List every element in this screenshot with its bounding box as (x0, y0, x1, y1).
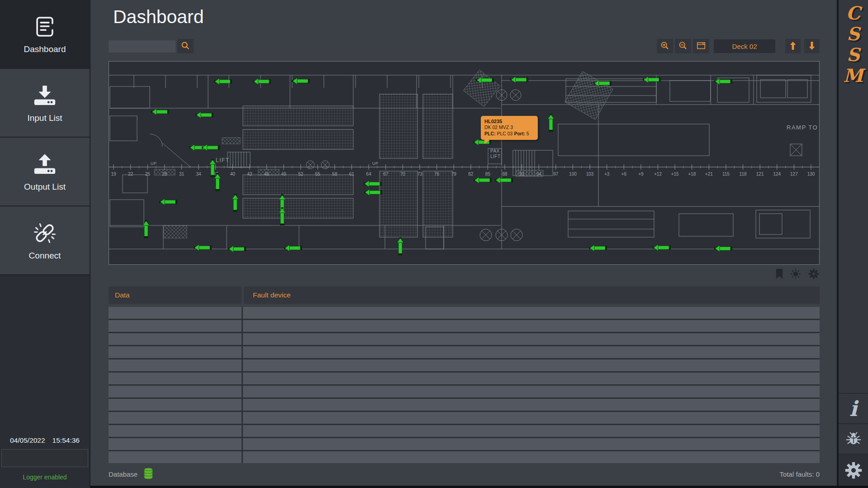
device-marker-h[interactable] (151, 109, 169, 115)
svg-text:61: 61 (349, 172, 355, 177)
fault-table-header: Data Fault device (109, 287, 820, 304)
svg-text:LIFT: LIFT (490, 154, 501, 159)
table-cell (243, 359, 820, 371)
table-row[interactable] (109, 307, 820, 319)
svg-text:130: 130 (807, 172, 815, 177)
svg-text:+6: +6 (621, 172, 627, 177)
bottom-edge-strip (90, 486, 868, 488)
bookmark-icon[interactable] (775, 268, 783, 279)
sidebar-item-dashboard[interactable]: Dashboard (0, 0, 90, 69)
table-row[interactable] (109, 373, 820, 384)
svg-text:+15: +15 (671, 172, 679, 177)
brightness-icon[interactable] (790, 268, 802, 280)
svg-text:64: 64 (366, 172, 372, 177)
date-label: 04/05/2022 (10, 436, 45, 445)
map-settings-gear-icon[interactable] (808, 268, 820, 280)
device-marker-h[interactable] (714, 245, 732, 252)
clock: 04/05/2022 15:54:36 (0, 436, 90, 445)
device-marker-h[interactable] (510, 77, 528, 83)
rail-spacer (839, 86, 868, 393)
column-header-data[interactable]: Data (109, 287, 242, 304)
table-cell (109, 386, 242, 397)
device-marker-v[interactable] (397, 237, 403, 255)
info-button[interactable]: i (839, 393, 868, 423)
deck-selector[interactable]: Deck 02 (714, 39, 775, 53)
table-row[interactable] (109, 320, 820, 332)
table-row[interactable] (109, 386, 820, 397)
table-cell (243, 425, 820, 437)
sidebar-item-output-list[interactable]: Output List (0, 138, 90, 206)
sidebar-item-input-list[interactable]: Input List (0, 69, 90, 138)
device-marker-h[interactable] (159, 199, 177, 205)
toolbar: Deck 02 (109, 38, 820, 54)
column-header-fault-device[interactable]: Fault device (244, 287, 820, 304)
device-marker-h[interactable] (714, 78, 732, 85)
table-cell (243, 373, 820, 384)
brand-letter: S (847, 44, 860, 65)
device-marker-h[interactable] (495, 177, 513, 183)
deck-plan-viewport[interactable]: 1922252831343740434649525558616467707376… (109, 61, 820, 265)
svg-text:+21: +21 (705, 172, 713, 177)
table-cell (109, 359, 242, 371)
deck-up-button[interactable] (785, 39, 801, 53)
table-cell (243, 451, 820, 463)
device-marker-h[interactable] (589, 245, 607, 251)
device-marker-h[interactable] (194, 244, 212, 251)
device-marker-h[interactable] (228, 246, 246, 252)
table-row[interactable] (109, 438, 820, 450)
device-marker-h[interactable] (292, 78, 310, 84)
fit-window-button[interactable] (693, 39, 709, 53)
tooltip-location: DK 02 MVZ 3 (484, 124, 534, 131)
device-marker-h[interactable] (284, 245, 302, 251)
arrow-down-icon (806, 40, 817, 53)
table-row[interactable] (109, 333, 820, 345)
settings-button[interactable] (839, 454, 868, 488)
device-marker-h[interactable] (253, 78, 271, 85)
fault-table-body (109, 307, 820, 463)
device-marker-v[interactable] (548, 114, 554, 132)
table-row[interactable] (109, 412, 820, 424)
total-faults: Total faults: 0 (780, 470, 820, 478)
svg-text:49: 49 (281, 172, 287, 177)
deck-down-button[interactable] (804, 39, 820, 53)
device-tooltip: HL0235 DK 02 MVZ 3 PLC: PLC 03 Port: 5 (481, 116, 538, 140)
table-cell (109, 333, 242, 345)
debug-button[interactable] (839, 423, 868, 454)
right-rail: C S S M i (837, 0, 868, 488)
svg-text:79: 79 (451, 172, 457, 177)
svg-text:28: 28 (162, 172, 167, 177)
device-marker-h[interactable] (202, 144, 220, 151)
device-marker-v[interactable] (232, 194, 238, 212)
device-marker-h[interactable] (643, 77, 661, 83)
device-marker-h[interactable] (653, 244, 671, 251)
search-button[interactable] (177, 39, 194, 53)
table-row[interactable] (109, 346, 820, 358)
brand-letter: M (843, 65, 863, 86)
table-row[interactable] (109, 359, 820, 371)
table-row[interactable] (109, 399, 820, 411)
device-marker-h[interactable] (474, 177, 492, 183)
sidebar-item-connect[interactable]: Connect (0, 206, 90, 275)
logger-input[interactable] (1, 449, 88, 467)
svg-text:70: 70 (400, 172, 406, 177)
link-icon (32, 220, 58, 246)
device-marker-h[interactable] (195, 112, 213, 118)
tooltip-device-id: HL0235 (484, 118, 534, 124)
settings-gear-icon (844, 461, 863, 482)
search-input[interactable] (109, 40, 175, 53)
fault-table: Data Fault device (109, 287, 820, 463)
info-icon: i (849, 398, 857, 419)
device-marker-h[interactable] (364, 181, 382, 187)
map-actions (109, 265, 820, 283)
table-row[interactable] (109, 425, 820, 437)
zoom-in-button[interactable] (657, 39, 673, 53)
sidebar-item-label: Connect (29, 251, 61, 261)
logger-status: Logger enabled (0, 474, 90, 481)
table-cell (243, 333, 820, 345)
zoom-out-button[interactable] (675, 39, 691, 53)
device-marker-h[interactable] (214, 78, 232, 85)
search-icon (180, 41, 190, 52)
bug-icon (844, 429, 863, 449)
table-row[interactable] (109, 451, 820, 463)
svg-text:73: 73 (417, 172, 422, 177)
